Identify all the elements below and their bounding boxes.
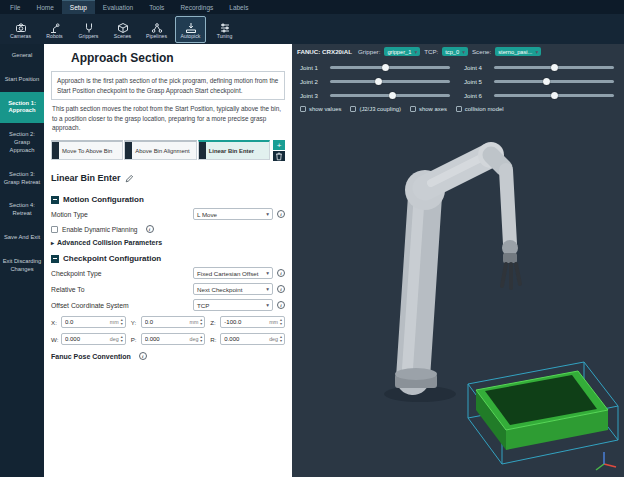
joint-3-label: Joint 3 bbox=[300, 92, 324, 99]
robot-arm bbox=[395, 142, 520, 388]
show-axes-checkbox[interactable] bbox=[410, 106, 416, 112]
sidebar-item-section-2-grasp-approach[interactable]: Section 2: Grasp Approach bbox=[0, 123, 44, 162]
motion-type-select[interactable]: L Move ▾ bbox=[193, 208, 273, 220]
stepper-arrows[interactable]: ▴▾ bbox=[279, 318, 283, 325]
slider-thumb[interactable] bbox=[543, 78, 550, 85]
info-icon[interactable]: i bbox=[277, 210, 285, 218]
edit-icon[interactable] bbox=[125, 169, 134, 187]
slider-thumb[interactable] bbox=[382, 64, 389, 71]
stepper-arrows[interactable]: ▴▾ bbox=[120, 335, 124, 342]
stepper-arrows[interactable]: ▴▾ bbox=[279, 335, 283, 342]
toolbar-item-autopick[interactable]: Autopick bbox=[175, 16, 206, 43]
joint-6-slider[interactable] bbox=[494, 91, 614, 99]
collapse-icon[interactable] bbox=[51, 196, 59, 204]
joint-2-row: Joint 2 bbox=[300, 77, 450, 85]
drag-handle[interactable] bbox=[125, 142, 132, 159]
offset-y-label: Y: bbox=[131, 319, 139, 326]
menu-tab-labels[interactable]: Labels bbox=[221, 0, 256, 14]
info-icon[interactable]: i bbox=[146, 225, 154, 233]
advanced-collision-parameters[interactable]: ▸ Advanced Collision Parameters bbox=[51, 239, 285, 246]
stepper-arrows[interactable]: ▴▾ bbox=[120, 318, 124, 325]
offset-p-input[interactable]: deg ▴▾ bbox=[141, 333, 206, 345]
offset-r-input[interactable]: deg ▴▾ bbox=[220, 333, 285, 345]
toolbar-item-tuning[interactable]: Tuning bbox=[209, 16, 240, 43]
offset-w-input[interactable]: deg ▴▾ bbox=[61, 333, 126, 345]
checkpoint-tab-label: Above Bin Alignment bbox=[135, 148, 189, 154]
menu-tab-setup[interactable]: Setup bbox=[62, 0, 95, 14]
stepper-arrows[interactable]: ▴▾ bbox=[199, 318, 203, 325]
info-icon[interactable]: i bbox=[277, 285, 285, 293]
checkpoint-configuration-header[interactable]: Checkpoint Configuration bbox=[51, 254, 285, 263]
checkpoint-tab-linear-bin-enter[interactable]: Linear Bin Enter bbox=[198, 140, 270, 160]
collapse-icon[interactable] bbox=[51, 255, 59, 263]
unit-label: deg bbox=[189, 336, 198, 342]
menu-tab-evaluation[interactable]: Evaluation bbox=[95, 0, 141, 14]
info-icon[interactable]: i bbox=[277, 269, 285, 277]
offset-y-input[interactable]: mm ▴▾ bbox=[141, 316, 206, 328]
toolbar-item-scenes[interactable]: Scenes bbox=[107, 16, 138, 43]
checkpoint-type-select[interactable]: Fixed Cartesian Offset ▾ bbox=[193, 267, 273, 279]
sidebar-item-section-1-approach[interactable]: Section 1: Approach bbox=[0, 92, 44, 124]
relative-to-select[interactable]: Next Checkpoint ▾ bbox=[193, 283, 273, 295]
drag-handle[interactable] bbox=[52, 142, 59, 159]
offset-row-xyz: X: mm ▴▾ Y: mm ▴▾ Z: mm bbox=[51, 316, 285, 328]
sidebar-item-save-and-exit[interactable]: Save And Exit bbox=[0, 226, 44, 250]
show-values-checkbox[interactable] bbox=[300, 106, 306, 112]
menu-tab-file[interactable]: File bbox=[2, 0, 28, 14]
toolbar-item-pipelines[interactable]: Pipelines bbox=[141, 16, 172, 43]
toolbar-item-cameras[interactable]: Cameras bbox=[5, 16, 36, 43]
offset-r-label: R: bbox=[210, 336, 218, 343]
joint-1-slider[interactable] bbox=[330, 63, 450, 71]
drag-handle[interactable] bbox=[199, 142, 206, 159]
menu-tab-recordings[interactable]: Recordings bbox=[172, 0, 221, 14]
j2-j3-coupling-checkbox[interactable] bbox=[350, 106, 356, 112]
sliders-icon bbox=[219, 20, 231, 32]
sidebar-item-exit-discarding-changes[interactable]: Exit Discarding Changes bbox=[0, 250, 44, 282]
menu-tab-home[interactable]: Home bbox=[28, 0, 61, 14]
dynamic-planning-row: Enable Dynamic Planning i bbox=[51, 225, 285, 233]
joint-2-slider[interactable] bbox=[330, 77, 450, 85]
collision-model-checkbox[interactable] bbox=[456, 106, 462, 112]
offset-x-input[interactable]: mm ▴▾ bbox=[61, 316, 126, 328]
slider-thumb[interactable] bbox=[551, 64, 558, 71]
toolbar-item-robots[interactable]: Robots bbox=[39, 16, 70, 43]
gripper-select[interactable]: gripper_1 ▾ bbox=[384, 47, 420, 56]
info-icon[interactable]: i bbox=[139, 352, 147, 360]
offset-coordinate-system-select[interactable]: TCP ▾ bbox=[193, 299, 273, 311]
show-values-option[interactable]: show values bbox=[300, 106, 341, 112]
sidebar-item-section-3-grasp-retreat[interactable]: Section 3: Grasp Retreat bbox=[0, 163, 44, 195]
menu-tab-tools[interactable]: Tools bbox=[141, 0, 172, 14]
toolbar-item-label: Robots bbox=[46, 33, 62, 39]
tcp-select[interactable]: tcp_0 ▾ bbox=[442, 47, 468, 56]
slider-thumb[interactable] bbox=[551, 92, 558, 99]
joint-3-slider[interactable] bbox=[330, 91, 450, 99]
delete-checkpoint-button[interactable] bbox=[273, 151, 285, 161]
info-icon[interactable]: i bbox=[277, 301, 285, 309]
chevron-down-icon: ▾ bbox=[266, 211, 269, 217]
offset-z-input[interactable]: mm ▴▾ bbox=[220, 316, 285, 328]
checkpoint-tab-above-bin-alignment[interactable]: Above Bin Alignment bbox=[124, 140, 196, 160]
slider-thumb[interactable] bbox=[389, 92, 396, 99]
collision-model-option[interactable]: collision model bbox=[456, 106, 504, 112]
sidebar-item-general[interactable]: General bbox=[0, 44, 44, 68]
3d-viewport[interactable] bbox=[292, 128, 624, 477]
checkpoint-title: Linear Bin Enter bbox=[51, 173, 121, 183]
joint-4-slider[interactable] bbox=[494, 63, 614, 71]
offset-w-label: W: bbox=[51, 336, 59, 343]
joint-5-slider[interactable] bbox=[494, 77, 614, 85]
select-value: Fixed Cartesian Offset bbox=[197, 270, 258, 277]
dynamic-planning-checkbox[interactable] bbox=[51, 226, 58, 233]
section-title: Motion Configuration bbox=[63, 195, 144, 204]
j2-j3-coupling-option[interactable]: (J2/J3 coupling) bbox=[350, 106, 401, 112]
sidebar-item-start-position[interactable]: Start Position bbox=[0, 68, 44, 92]
scene-select[interactable]: sterno_pasi... ▾ bbox=[495, 47, 541, 56]
chevron-down-icon: ▾ bbox=[266, 302, 269, 308]
show-axes-option[interactable]: show axes bbox=[410, 106, 447, 112]
motion-configuration-header[interactable]: Motion Configuration bbox=[51, 195, 285, 204]
joint-5-row: Joint 5 bbox=[464, 77, 614, 85]
stepper-arrows[interactable]: ▴▾ bbox=[199, 335, 203, 342]
checkpoint-tab-move-to-above-bin[interactable]: Move To Above Bin bbox=[51, 140, 123, 160]
sidebar-item-section-4-retreat[interactable]: Section 4: Retreat bbox=[0, 194, 44, 226]
toolbar-item-grippers[interactable]: Grippers bbox=[73, 16, 104, 43]
slider-thumb[interactable] bbox=[375, 78, 382, 85]
